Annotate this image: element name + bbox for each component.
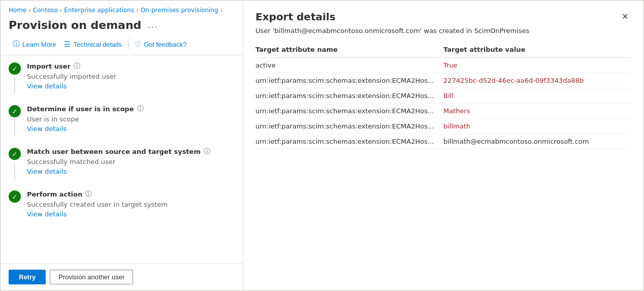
provision-another-button[interactable]: Provision another user [50, 270, 133, 284]
breadcrumb-home[interactable]: Home [9, 7, 26, 14]
view-details-link-3[interactable]: View details [27, 168, 67, 175]
table-row: urn:ietf:params:scim:schemas:extension:E… [255, 73, 631, 88]
step-import-user: ✓ Import user ⓘ Successfully imported us… [9, 61, 235, 94]
steps-area: ✓ Import user ⓘ Successfully imported us… [1, 55, 243, 263]
step-icon-col-2: ✓ [9, 104, 21, 137]
technical-details-button[interactable]: ☰ Technical details [60, 38, 125, 50]
step-title-row-4: Perform action ⓘ [27, 189, 235, 199]
attr-name-cell: urn:ietf:params:scim:schemas:extension:E… [255, 73, 443, 88]
info-circle-icon: ⓘ [13, 40, 20, 49]
step-check-2: ✓ [9, 105, 21, 117]
table-row: activeTrue [255, 58, 631, 73]
step-info-icon-2[interactable]: ⓘ [137, 104, 144, 113]
table-row: urn:ietf:params:scim:schemas:extension:E… [255, 134, 631, 149]
step-check-1: ✓ [9, 62, 21, 75]
got-feedback-label: Got feedback? [144, 41, 187, 48]
close-button[interactable]: ✕ [619, 11, 631, 22]
step-line-2 [14, 119, 15, 137]
step-content-2: Determine if user is in scope ⓘ User is … [27, 104, 235, 137]
attr-value-cell: True [443, 58, 631, 73]
col-header-attr-value: Target attribute value [443, 43, 631, 58]
list-icon: ☰ [64, 40, 71, 48]
step-action: ✓ Perform action ⓘ Successfully created … [9, 189, 235, 222]
breadcrumb-sep-1: › [28, 7, 30, 14]
step-desc-2: User is in scope [27, 115, 235, 123]
step-title-1: Import user [27, 62, 71, 70]
breadcrumb-sep-2: › [60, 7, 62, 14]
step-icon-col-4: ✓ [9, 189, 21, 222]
step-title-row-1: Import user ⓘ [27, 61, 235, 71]
step-info-icon-4[interactable]: ⓘ [85, 189, 92, 199]
page-title-row: Provision on demand ... [1, 17, 243, 36]
main-window: Home › Contoso › Enterprise applications… [0, 0, 644, 291]
attr-value-cell: 227425bc-d52d-46ec-aa6d-09f3343da88b [443, 73, 631, 88]
step-desc-3: Successfully matched user [27, 158, 235, 166]
breadcrumb-contoso[interactable]: Contoso [33, 7, 58, 14]
view-details-link-1[interactable]: View details [27, 82, 67, 90]
step-content-4: Perform action ⓘ Successfully created us… [27, 189, 235, 222]
table-row: urn:ietf:params:scim:schemas:extension:E… [255, 119, 631, 134]
export-subtitle: User 'billmath@ecmabmcontoso.onmicrosoft… [255, 27, 631, 35]
step-match: ✓ Match user between source and target s… [9, 147, 235, 179]
heart-icon: ♡ [135, 40, 141, 48]
view-details-link-2[interactable]: View details [27, 125, 67, 133]
technical-details-label: Technical details [73, 41, 121, 48]
toolbar: ⓘ Learn More ☰ Technical details ♡ Got f… [1, 36, 243, 55]
attr-name-cell: urn:ietf:params:scim:schemas:extension:E… [255, 88, 443, 104]
toolbar-divider [128, 39, 128, 49]
attr-value-cell: Bill [443, 88, 631, 104]
step-title-4: Perform action [27, 190, 82, 198]
breadcrumb: Home › Contoso › Enterprise applications… [1, 1, 243, 17]
step-line-3 [14, 162, 15, 179]
breadcrumb-sep-3: › [136, 7, 138, 14]
learn-more-label: Learn More [22, 41, 56, 48]
step-info-icon-3[interactable]: ⓘ [204, 147, 210, 156]
table-header-row: Target attribute name Target attribute v… [255, 43, 631, 58]
step-scope: ✓ Determine if user is in scope ⓘ User i… [9, 104, 235, 137]
learn-more-button[interactable]: ⓘ Learn More [9, 38, 60, 51]
table-row: urn:ietf:params:scim:schemas:extension:E… [255, 104, 631, 119]
page-title: Provision on demand [9, 19, 141, 31]
step-desc-1: Successfully imported user [27, 73, 235, 80]
attribute-table: Target attribute name Target attribute v… [255, 43, 631, 149]
step-line-1 [14, 77, 15, 94]
col-header-attr-name: Target attribute name [255, 43, 443, 58]
step-content-3: Match user between source and target sys… [27, 147, 235, 179]
table-row: urn:ietf:params:scim:schemas:extension:E… [255, 88, 631, 104]
attr-name-cell: urn:ietf:params:scim:schemas:extension:E… [255, 104, 443, 119]
step-content-1: Import user ⓘ Successfully imported user… [27, 61, 235, 94]
step-title-2: Determine if user is in scope [27, 105, 134, 113]
ellipsis-button[interactable]: ... [145, 19, 160, 31]
step-check-3: ✓ [9, 148, 21, 160]
attr-value-cell: billmath [443, 119, 631, 134]
step-title-row-3: Match user between source and target sys… [27, 147, 235, 156]
export-title: Export details [255, 11, 336, 23]
breadcrumb-sep-4: › [220, 7, 222, 14]
step-check-4: ✓ [9, 190, 21, 203]
right-header: Export details ✕ [255, 11, 631, 23]
step-title-row-2: Determine if user is in scope ⓘ [27, 104, 235, 113]
bottom-bar: Retry Provision another user [1, 263, 243, 290]
got-feedback-button[interactable]: ♡ Got feedback? [131, 38, 191, 50]
view-details-link-4[interactable]: View details [27, 210, 67, 218]
attr-value-cell: Mathers [443, 104, 631, 119]
step-desc-4: Successfully created user in target syst… [27, 201, 235, 208]
step-title-3: Match user between source and target sys… [27, 148, 201, 155]
attr-name-cell: urn:ietf:params:scim:schemas:extension:E… [255, 134, 443, 149]
breadcrumb-enterprise-apps[interactable]: Enterprise applications [64, 7, 134, 14]
step-info-icon-1[interactable]: ⓘ [74, 61, 80, 71]
left-panel: Home › Contoso › Enterprise applications… [1, 1, 243, 290]
attr-name-cell: urn:ietf:params:scim:schemas:extension:E… [255, 119, 443, 134]
content-area: Home › Contoso › Enterprise applications… [1, 1, 643, 290]
step-icon-col-3: ✓ [9, 147, 21, 179]
step-icon-col-1: ✓ [9, 61, 21, 94]
right-panel: Export details ✕ User 'billmath@ecmabmco… [243, 1, 643, 290]
retry-button[interactable]: Retry [9, 270, 46, 284]
attr-name-cell: active [255, 58, 443, 73]
attr-value-cell: billmath@ecmabmcontoso.onmicrosoft.com [443, 134, 631, 149]
breadcrumb-current: On-premises provisioning [141, 7, 218, 14]
